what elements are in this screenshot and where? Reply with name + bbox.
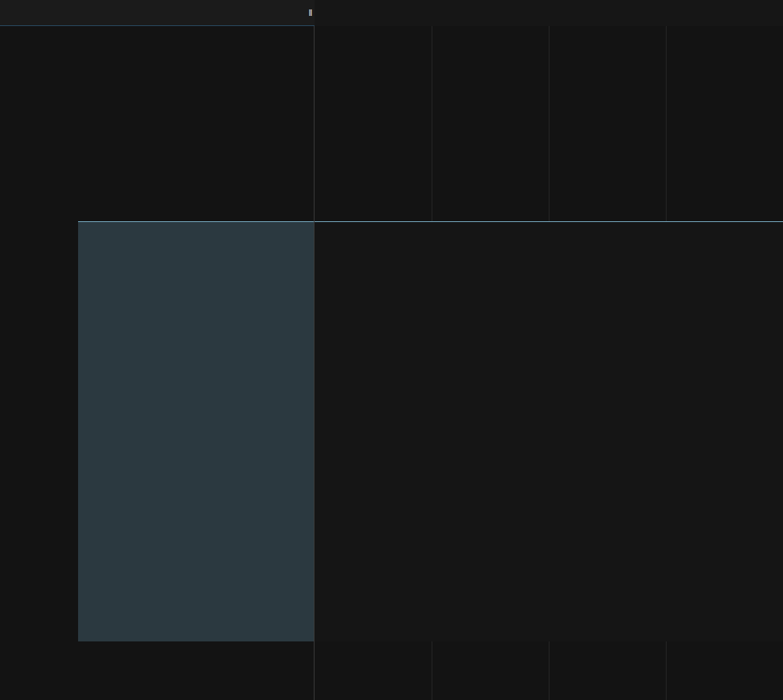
tree-gap-region [0, 221, 315, 641]
trace-viewer: ‖ [0, 0, 783, 700]
resize-handle[interactable]: ‖ [309, 7, 315, 18]
panel-divider[interactable] [314, 0, 315, 700]
selected-span-highlight [78, 221, 315, 641]
tree-header: ‖ [0, 0, 315, 26]
span-detail-panel [315, 221, 783, 641]
timeline-header [315, 0, 783, 26]
detail-header [326, 231, 771, 236]
